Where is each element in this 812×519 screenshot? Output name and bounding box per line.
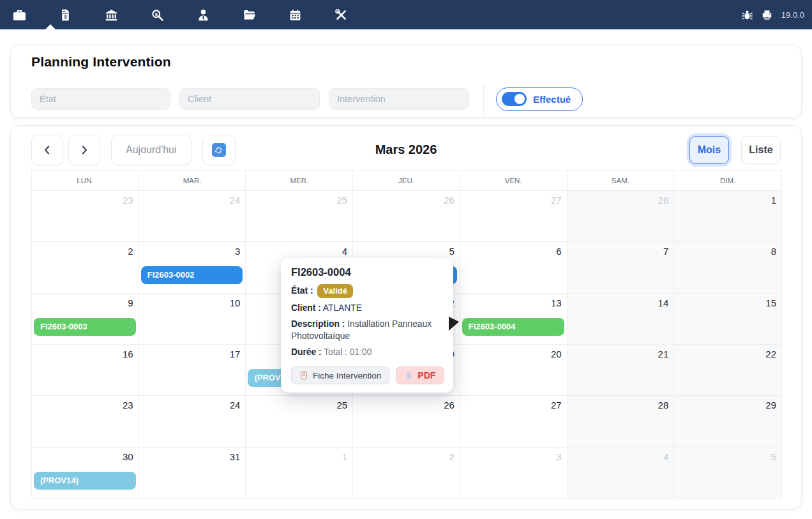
event-tooltip: FI2603-0004 État : Validé Client : ATLAN… [281,258,453,393]
day-cell[interactable]: 2 [32,242,139,292]
day-cell[interactable]: 4 [568,448,675,498]
day-number: 7 [663,246,668,257]
day-number: 17 [230,349,241,359]
duree-label: Durée : [291,347,322,357]
day-cell[interactable]: 28 [568,191,675,241]
briefcase-icon[interactable] [7,3,31,27]
day-cell[interactable]: 5 [674,448,781,498]
today-button[interactable]: Aujourd'hui [111,135,192,165]
filter-row: Effectué [31,84,781,114]
etat-label: État : [291,286,313,296]
fiche-intervention-button[interactable]: Fiche Intervention [291,366,389,384]
day-number: 23 [123,195,133,206]
chevron-left-icon [41,144,54,156]
day-cell[interactable]: 3 [460,448,568,498]
day-cell[interactable]: 25 [246,191,353,241]
day-cell[interactable]: 3FI2603-0002 [139,242,246,292]
day-cell[interactable]: 21 [568,345,675,395]
day-cell[interactable]: 28 [568,396,675,446]
day-number: 24 [230,400,241,410]
day-cell[interactable]: 14 [568,294,675,344]
refresh-button[interactable] [202,135,236,165]
day-number: 22 [765,349,776,359]
calendar-event[interactable]: FI2603-0002 [141,266,243,284]
bug-icon[interactable] [741,8,755,22]
day-number: 31 [230,451,241,462]
calendar-event[interactable]: FI2603-0004 [462,318,564,336]
day-cell[interactable]: 8 [674,242,781,292]
day-number: 6 [556,246,561,257]
user-icon[interactable] [191,3,215,27]
next-month-button[interactable] [68,135,100,165]
tools-icon[interactable] [329,3,353,27]
day-number: 14 [658,297,669,308]
day-cell[interactable]: 24 [139,191,246,241]
tooltip-actions: Fiche Intervention PDF [291,366,444,384]
day-cell[interactable]: 26 [353,191,460,241]
filter-panel: Planning Intervention Effectué [10,45,802,118]
day-number: 25 [336,195,347,206]
day-cell[interactable]: 27 [460,396,568,446]
sync-icon [212,143,226,157]
day-cell[interactable]: 6 [460,242,568,292]
day-header: SAM. [568,171,675,190]
day-cell[interactable]: 1 [674,191,781,241]
effectue-toggle[interactable]: Effectué [496,87,583,111]
version-label: 19.0.0 [781,10,804,20]
day-number: 4 [342,246,347,257]
day-number: 1 [771,195,776,206]
day-cell[interactable]: 30(PROV14) [32,448,139,498]
calendar-event[interactable]: (PROV14) [34,472,136,490]
calendar-icon[interactable] [283,3,307,27]
fiche-label: Fiche Intervention [313,371,381,380]
day-header-row: LUN.MAR.MER.JEU.VEN.SAM.DIM. [32,171,781,191]
day-cell[interactable]: 31 [139,448,246,498]
month-view-button[interactable]: Mois [689,136,729,164]
clipboard-icon [299,371,308,380]
prev-month-button[interactable] [31,135,63,165]
day-cell[interactable]: 29 [674,396,781,446]
list-view-button[interactable]: Liste [741,136,781,164]
day-cell[interactable]: 17 [139,345,246,395]
day-cell[interactable]: 13FI2603-0004 [460,294,568,344]
etat-filter-input[interactable] [31,88,170,110]
day-cell[interactable]: 23 [32,396,139,446]
day-cell[interactable]: 9FI2603-0003 [32,294,139,344]
day-header: JEU. [353,171,460,190]
day-cell[interactable]: 20 [460,345,568,395]
client-value: ATLANTE [323,303,362,313]
day-cell[interactable]: 1 [246,448,353,498]
day-cell[interactable]: 15 [674,294,781,344]
day-number: 27 [551,195,562,206]
day-cell[interactable]: 7 [568,242,675,292]
nav-right-icons [741,8,774,22]
bank-icon[interactable] [99,3,123,27]
day-cell[interactable]: 16 [32,345,139,395]
tooltip-etat-line: État : Validé [291,284,443,298]
day-cell[interactable]: 23 [32,191,139,241]
tooltip-duree-line: Durée : Total : 01:00 [291,347,443,359]
day-number: 10 [230,297,241,308]
day-number: 23 [123,400,133,410]
day-cell[interactable]: 24 [139,396,246,446]
pdf-file-icon [405,372,413,380]
intervention-filter-input[interactable] [329,88,469,110]
day-cell[interactable]: 27 [460,191,568,241]
calendar-event[interactable]: FI2603-0003 [34,318,136,336]
client-filter-input[interactable] [179,88,320,110]
pdf-button[interactable]: PDF [396,366,444,384]
search-dollar-icon[interactable]: $ [145,3,169,27]
invoice-icon[interactable]: $ [53,3,77,27]
day-cell[interactable]: 22 [674,345,781,395]
day-cell[interactable]: 25 [246,396,353,446]
toggle-switch[interactable] [502,92,527,106]
folder-open-icon[interactable] [237,3,261,27]
day-header: VEN. [460,171,568,190]
day-cell[interactable]: 2 [353,448,460,498]
tooltip-client-line: Client : ATLANTE [291,303,443,315]
day-cell[interactable]: 10 [139,294,246,344]
day-number: 28 [658,195,669,206]
week-row: 23242526272829 [32,396,781,447]
printer-icon[interactable] [760,8,774,22]
day-cell[interactable]: 26 [353,396,460,446]
